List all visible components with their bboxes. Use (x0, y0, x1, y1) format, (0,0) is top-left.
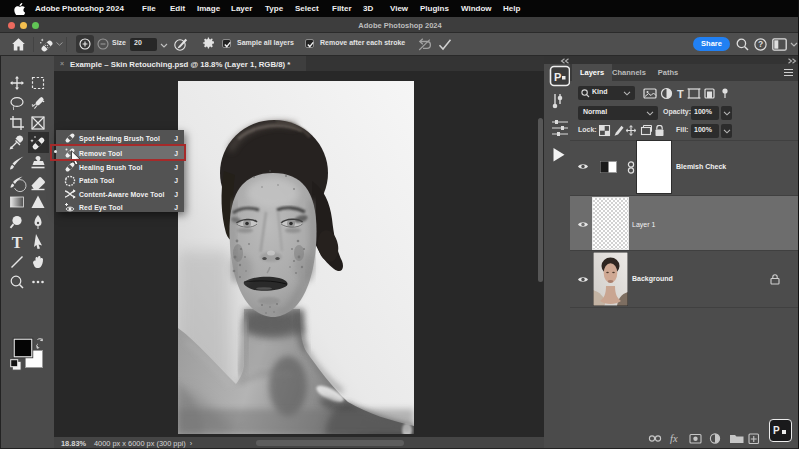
svg-text:T: T (12, 234, 23, 251)
svg-text:T: T (677, 88, 684, 100)
svg-text:?: ? (758, 39, 763, 49)
svg-text:P: P (773, 425, 780, 436)
svg-text:P: P (554, 71, 561, 83)
svg-text:fx: fx (670, 433, 678, 444)
